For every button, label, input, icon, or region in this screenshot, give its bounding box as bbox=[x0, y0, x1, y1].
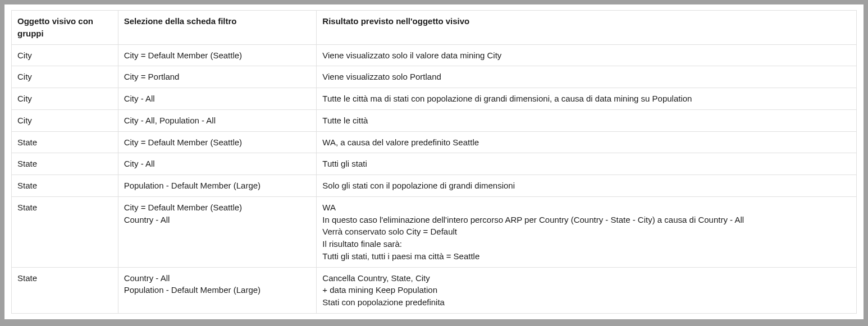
table-cell: City - All bbox=[118, 153, 317, 175]
table-cell: City bbox=[12, 66, 118, 88]
table-header-row: Oggetto visivo con gruppi Selezione dell… bbox=[12, 11, 857, 45]
table-cell: City - All bbox=[118, 88, 317, 110]
table-cell: Country - AllPopulation - Default Member… bbox=[118, 267, 317, 313]
table-row: StateCity = Default Member (Seattle)WA, … bbox=[12, 131, 857, 153]
cell-line: Population - Default Member (Large) bbox=[124, 284, 311, 296]
table-cell: Solo gli stati con il popolazione di gra… bbox=[317, 175, 857, 197]
table-cell: WA, a causa del valore predefinito Seatt… bbox=[317, 131, 857, 153]
document-frame: Oggetto visivo con gruppi Selezione dell… bbox=[4, 4, 864, 319]
table-row: CityCity = Default Member (Seattle)Viene… bbox=[12, 44, 857, 66]
cell-line: Cancella Country, State, City bbox=[322, 272, 851, 284]
table-row: StatePopulation - Default Member (Large)… bbox=[12, 175, 857, 197]
cell-line: City = Default Member (Seattle) bbox=[124, 201, 311, 214]
table-row: StateCity - AllTutti gli stati bbox=[12, 153, 857, 175]
table-cell: City bbox=[12, 44, 118, 66]
table-cell: State bbox=[12, 196, 118, 267]
table-cell: Tutte le città ma di stati con popolazio… bbox=[317, 88, 857, 110]
table-cell: City bbox=[12, 88, 118, 110]
table-cell: Tutte le città bbox=[317, 109, 857, 131]
cell-line: Stati con popolazione predefinita bbox=[322, 296, 851, 309]
table-row: CityCity - AllTutte le città ma di stati… bbox=[12, 88, 857, 110]
table-cell: City = Portland bbox=[118, 66, 317, 88]
header-visual-with-groups: Oggetto visivo con gruppi bbox=[12, 11, 118, 45]
cell-line: Tutti gli stati, tutti i paesi ma città … bbox=[322, 250, 851, 263]
cell-line: In questo caso l'eliminazione dell'inter… bbox=[322, 214, 851, 226]
table-row: StateCountry - AllPopulation - Default M… bbox=[12, 267, 857, 313]
table-cell: Population - Default Member (Large) bbox=[118, 175, 317, 197]
table-row: StateCity = Default Member (Seattle)Coun… bbox=[12, 196, 857, 267]
table-cell: Viene visualizzato solo Portland bbox=[317, 66, 857, 88]
cell-line: Verrà conservato solo City = Default bbox=[322, 226, 851, 238]
header-expected-result: Risultato previsto nell'oggetto visivo bbox=[317, 11, 857, 45]
table-cell: City = Default Member (Seattle)Country -… bbox=[118, 196, 317, 267]
cell-line: WA bbox=[322, 201, 851, 214]
table-cell: City = Default Member (Seattle) bbox=[118, 131, 317, 153]
table-cell: State bbox=[12, 175, 118, 197]
table-row: CityCity = PortlandViene visualizzato so… bbox=[12, 66, 857, 88]
table-cell: City = Default Member (Seattle) bbox=[118, 44, 317, 66]
table-cell: City - All, Population - All bbox=[118, 109, 317, 131]
filter-results-table: Oggetto visivo con gruppi Selezione dell… bbox=[11, 10, 857, 314]
header-filter-card-selection: Selezione della scheda filtro bbox=[118, 11, 317, 45]
cell-line: Country - All bbox=[124, 214, 311, 226]
table-cell: Tutti gli stati bbox=[317, 153, 857, 175]
table-cell: Viene visualizzato solo il valore data m… bbox=[317, 44, 857, 66]
table-cell: State bbox=[12, 153, 118, 175]
table-cell: Cancella Country, State, City+ data mini… bbox=[317, 267, 857, 313]
table-cell: WAIn questo caso l'eliminazione dell'int… bbox=[317, 196, 857, 267]
table-cell: State bbox=[12, 267, 118, 313]
table-cell: City bbox=[12, 109, 118, 131]
table-row: CityCity - All, Population - AllTutte le… bbox=[12, 109, 857, 131]
cell-line: Il risultato finale sarà: bbox=[322, 238, 851, 250]
table-cell: State bbox=[12, 131, 118, 153]
cell-line: Country - All bbox=[124, 272, 311, 284]
cell-line: + data mining Keep Population bbox=[322, 284, 851, 296]
